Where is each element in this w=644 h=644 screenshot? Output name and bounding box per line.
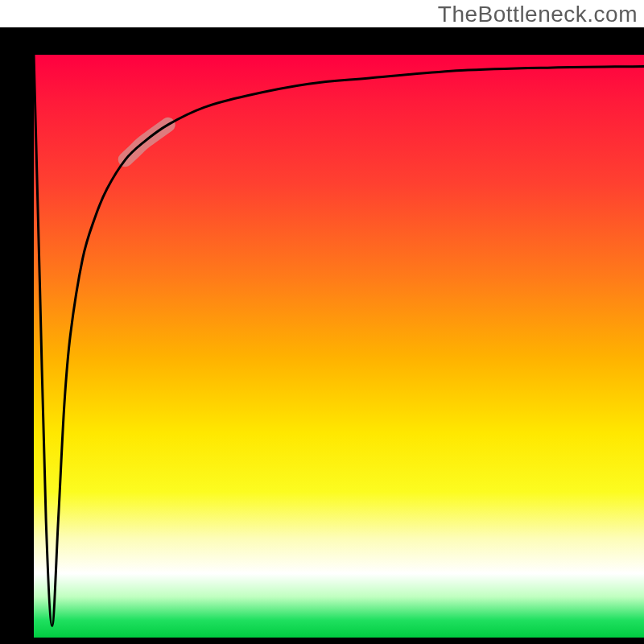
chart-frame: TheBottleneck.com <box>0 0 644 644</box>
curve-svg <box>34 55 644 638</box>
bottleneck-curve <box>34 55 644 626</box>
watermark-text: TheBottleneck.com <box>438 2 638 27</box>
plot-area <box>34 55 644 638</box>
chart-outer-border <box>0 27 644 644</box>
